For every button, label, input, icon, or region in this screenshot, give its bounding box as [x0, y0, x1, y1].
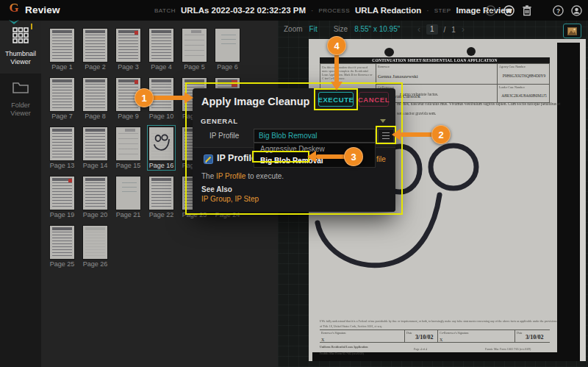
thumbnail-page[interactable]: Page 1 [46, 26, 79, 76]
page-thumbnail-image [116, 177, 140, 210]
execute-button[interactable]: EXECUTE [318, 92, 354, 107]
thumbnail-frame: Page 1 [48, 26, 76, 72]
callout-arrowhead-4 [331, 82, 343, 90]
page-thumbnail-image [50, 78, 74, 111]
thumbnail-frame: Page 7 [48, 76, 76, 121]
thumbnail-page[interactable]: Page 3 [112, 26, 145, 76]
page-thumbnail-image [116, 29, 140, 62]
prev-page-icon[interactable]: ‹ [417, 24, 420, 35]
logo-chevron-icon [8, 20, 20, 24]
thumbnail-frame: Page 3 [114, 26, 143, 72]
cancel-button[interactable]: CANCEL [359, 92, 389, 107]
size-value: 8.55" x 10.95" [354, 25, 400, 33]
document-title: CONTINUATION SHEET/RESIDENTIAL LOAN APPL… [320, 57, 550, 63]
callout-arrowhead-3 [307, 151, 316, 163]
thumbnail-page[interactable]: Page 5 [178, 26, 211, 76]
thumbnail-page-label: Page 21 [116, 211, 141, 218]
next-page-icon[interactable]: › [462, 24, 465, 35]
app-logo: G [7, 1, 21, 19]
stop-icon[interactable] [503, 4, 514, 16]
thumbnail-frame: Page 8 [81, 76, 110, 121]
thumbnail-frame: Page 5 [180, 26, 209, 72]
thumbnail-page[interactable]: Page 7 [46, 76, 79, 125]
svg-text:?: ? [556, 7, 559, 14]
thumbnail-page-label: Page 8 [83, 113, 107, 120]
page-thumbnail-image [83, 29, 107, 62]
callout-arrow-1 [152, 96, 186, 100]
thumbnail-frame: Page 14 [81, 125, 110, 171]
ip-profile-input[interactable]: Big Blob Removal [254, 129, 376, 143]
topbar-actions: ? [484, 0, 582, 21]
separator-dot: · [311, 7, 313, 15]
thumbnail-frame: Page 4 [147, 26, 176, 72]
document-title-bar: CONTINUATION SHEET/RESIDENTIAL LOAN APPL… [320, 57, 550, 63]
signature-mark: X [440, 338, 498, 342]
thumbnail-page-label: Page 16 [149, 162, 174, 169]
active-tick [31, 24, 32, 29]
desc-pre: The [201, 172, 216, 180]
page-thumbnail-image [149, 127, 173, 160]
trash-icon[interactable] [521, 4, 533, 16]
collapse-chevron-icon[interactable] [380, 119, 386, 123]
picture-icon [567, 27, 577, 35]
thumbnail-page[interactable]: Page 4 [145, 26, 178, 76]
agency-case-value: P9H6GX92T6Q8B4D0Y9 [499, 74, 549, 78]
page-navigator: ‹ 1 / 1 › [417, 24, 465, 35]
date-value: 3/10/02 [526, 334, 543, 341]
ip-profile-link[interactable]: IP Profile [216, 172, 245, 180]
page-thumbnail-image [83, 226, 107, 259]
general-section-label: GENERAL [201, 117, 238, 125]
sidebar-item-folder-viewer[interactable]: Folder Viewer [0, 74, 41, 125]
thumbnail-page-label: Page 13 [50, 162, 75, 169]
borrower-label: Borrower: [378, 65, 437, 68]
total-pages: 1 [451, 26, 456, 34]
thumbnail-page[interactable]: Page 20 [79, 174, 112, 224]
current-page-field[interactable]: 1 [426, 24, 438, 35]
red-mark [135, 80, 138, 84]
red-mark [135, 31, 138, 35]
sidebar-item-thumbnail-viewer[interactable]: Thumbnail Viewer [0, 21, 41, 74]
body-text-line: magna vulputate luctus. [400, 92, 438, 96]
thumbnail-page[interactable]: Page 15 [112, 125, 145, 174]
see-also-links[interactable]: IP Group, IP Step [201, 195, 259, 203]
thumbnail-page[interactable]: Page 8 [79, 76, 112, 125]
thumbnail-page[interactable]: Page 19 [46, 174, 79, 224]
thumbnail-frame: Page 20 [81, 174, 110, 220]
callout-circle-4: 4 [327, 36, 346, 55]
thumbnail-page-label: Page 5 [182, 63, 207, 71]
page-edge [580, 39, 586, 361]
tooltip-title: IP Profile [217, 153, 257, 163]
logo-letter: G [7, 1, 21, 14]
thumbnail-page[interactable]: Page 22 [145, 174, 178, 224]
left-sidebar: Thumbnail Viewer Folder Viewer [0, 21, 41, 367]
thumbnail-page-label: Page 26 [83, 260, 108, 268]
callout-arrowhead-1 [184, 92, 193, 104]
thumbnail-frame: Page 2 [81, 26, 110, 72]
thumbnail-page-label: Page 19 [50, 211, 75, 218]
app-window: G Review BATCH URLAs 2022-03-22 02:32:23… [0, 0, 588, 367]
page-thumbnail-image [50, 226, 74, 259]
dialog-title: Apply Image Cleanup [201, 96, 309, 107]
thumbnail-page[interactable]: Page 2 [79, 26, 112, 76]
thumbnail-frame: Page 16 [147, 125, 176, 171]
thumbnail-page[interactable]: Page 21 [112, 174, 145, 224]
document-footer: Uniform Residential Loan Application Fre… [320, 345, 550, 358]
page-thumbnail-image [83, 127, 107, 160]
user-icon[interactable] [570, 4, 582, 16]
top-bar: G Review BATCH URLAs 2022-03-22 02:32:23… [0, 0, 588, 21]
thumbnail-page[interactable]: Page 6 [211, 26, 244, 76]
image-view-button[interactable] [563, 24, 581, 38]
zoom-fit-button[interactable]: Fit [309, 25, 318, 33]
signature-mark: X [321, 338, 371, 342]
thumbnail-frame: Page 13 [48, 125, 77, 171]
thumbnail-page[interactable]: Page 26 [79, 224, 112, 273]
complete-check-icon[interactable] [484, 4, 496, 16]
help-icon[interactable]: ? [552, 4, 564, 16]
breadcrumb: BATCH URLAs 2022-03-22 02:32:23 PM · PRO… [154, 0, 512, 21]
thumbnail-page[interactable]: Page 25 [46, 224, 79, 273]
thumbnail-page[interactable]: Page 16 [145, 125, 178, 174]
thumbnail-page[interactable]: Page 14 [79, 125, 112, 174]
step-label: STEP [434, 7, 451, 14]
footer-page-number: Page 4 of 4 [414, 347, 427, 351]
thumbnail-page[interactable]: Page 13 [46, 125, 79, 174]
